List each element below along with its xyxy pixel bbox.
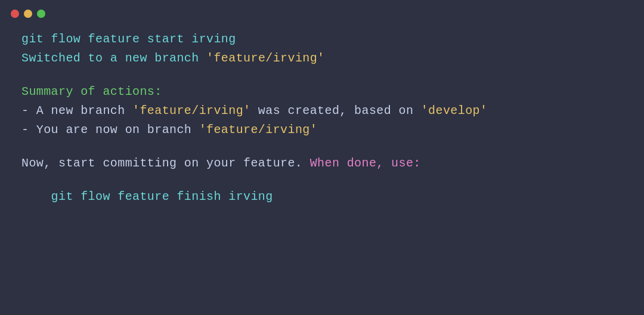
terminal-body: git flow feature start irvingSwitched to…	[0, 24, 644, 315]
close-button[interactable]	[11, 10, 19, 18]
terminal-text: When done, use:	[310, 156, 421, 170]
terminal-line-blank2	[21, 140, 623, 154]
minimize-button[interactable]	[24, 10, 32, 18]
terminal-line-blank1	[21, 68, 623, 82]
terminal-window: git flow feature start irvingSwitched to…	[0, 0, 644, 315]
terminal-line-command2: git flow feature finish irving	[21, 187, 623, 206]
terminal-text: 'feature/irving'	[206, 51, 324, 65]
terminal-text: git flow feature finish irving	[21, 190, 273, 203]
terminal-text: 'feature/irving'	[199, 123, 317, 137]
terminal-text: was created, based on	[250, 104, 420, 118]
terminal-text: 'feature/irving'	[132, 104, 250, 118]
maximize-button[interactable]	[37, 10, 45, 18]
terminal-line-blank3	[21, 173, 623, 187]
terminal-line-action2: - You are now on branch 'feature/irving'	[21, 121, 623, 140]
terminal-text: Switched to a new branch	[21, 51, 206, 65]
title-bar	[0, 0, 644, 24]
terminal-text: - You are now on branch	[21, 123, 199, 137]
terminal-text: git flow feature start irving	[21, 32, 236, 46]
terminal-text: 'develop'	[421, 104, 488, 118]
terminal-line-action1: - A new branch 'feature/irving' was crea…	[21, 101, 623, 121]
terminal-line-switched: Switched to a new branch 'feature/irving…	[21, 49, 623, 68]
terminal-text: Now, start committing on your feature.	[21, 156, 310, 170]
terminal-line-summary-header: Summary of actions:	[21, 82, 623, 101]
terminal-line-now-start: Now, start committing on your feature. W…	[21, 154, 623, 173]
terminal-line-command1: git flow feature start irving	[21, 30, 623, 49]
terminal-text: - A new branch	[21, 104, 132, 118]
terminal-text: Summary of actions:	[21, 85, 162, 98]
